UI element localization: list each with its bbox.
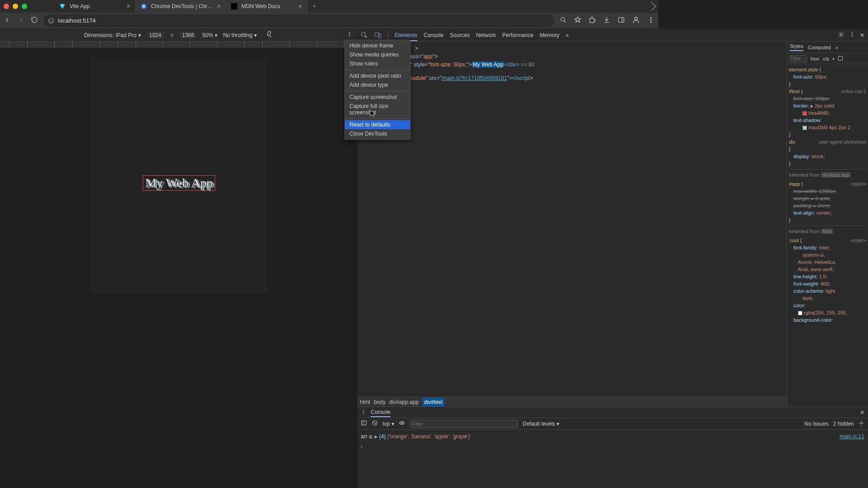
svg-point-8	[651, 19, 652, 21]
forward-button[interactable]	[17, 16, 24, 25]
menu-rulers[interactable]: Show rulers	[345, 59, 410, 68]
inspect-icon[interactable]	[361, 32, 368, 39]
throttling-select[interactable]: No throttling▾	[223, 32, 257, 38]
dimension-separator: ✕	[170, 32, 174, 38]
menu-full-screenshot[interactable]: Capture full size screenshot	[345, 102, 410, 117]
menu-screenshot[interactable]: Capture screenshot	[345, 93, 410, 102]
device-context-menu: Hide device frame Show media queries Sho…	[344, 40, 410, 140]
chevron-down-icon: ▾	[254, 32, 257, 38]
reload-button[interactable]	[31, 16, 38, 25]
menu-device-type[interactable]: Add device type	[345, 80, 410, 89]
device-menu-button[interactable]	[346, 31, 353, 39]
browser-toolbar: localhost:5174	[0, 13, 658, 29]
zoom-select[interactable]: 50%▾	[202, 32, 217, 38]
dom-val: module	[408, 75, 425, 81]
device-toolbar: Dimensions: iPad Pro ▾ 1024 ✕ 1366 50%▾ …	[0, 29, 357, 42]
device-frame: My Web App	[90, 58, 267, 294]
tab-devtools-docs[interactable]: Chrome DevTools | Chrome ✕	[136, 0, 226, 13]
svg-point-12	[349, 34, 350, 35]
device-height[interactable]: 1366	[179, 32, 197, 39]
close-tab-icon[interactable]: ✕	[126, 3, 131, 9]
tab-console[interactable]: Console	[424, 32, 443, 38]
sidepanel-icon[interactable]	[618, 16, 625, 25]
dom-closetag: </div>	[504, 61, 519, 68]
close-tab-icon[interactable]: ✕	[298, 3, 302, 9]
zoom-value: 50%	[202, 32, 213, 38]
viewport-area: My Web App	[0, 48, 357, 369]
tab-vite-app[interactable]: Vite App ✕	[54, 0, 136, 13]
device-name: iPad Pro	[116, 32, 137, 38]
device-toggle-icon[interactable]	[374, 32, 382, 39]
new-tab-button[interactable]: +	[307, 0, 321, 13]
chevron-down-icon: ▾	[215, 32, 217, 38]
expand-titlebar-icon[interactable]	[647, 2, 656, 11]
svg-point-7	[651, 17, 652, 19]
selected-node-text: My Web App	[472, 61, 505, 68]
chrome-icon	[140, 3, 147, 10]
rotate-button[interactable]	[266, 31, 273, 39]
svg-rect-5	[618, 18, 624, 23]
app-heading: My Web App	[143, 175, 215, 191]
menu-pixel-ratio[interactable]: Add device pixel ratio	[345, 71, 410, 80]
back-button[interactable]	[4, 16, 11, 25]
menu-hide-frame[interactable]: Hide device frame	[345, 41, 410, 50]
svg-point-13	[349, 36, 350, 37]
menu-close-devtools[interactable]: Close DevTools	[345, 129, 410, 138]
svg-rect-10	[267, 31, 271, 36]
extensions-icon[interactable]	[589, 16, 596, 25]
dom-attr: src=	[429, 75, 439, 81]
throttling-value: No throttling	[223, 32, 252, 38]
dom-attr: style=	[414, 61, 428, 68]
tab-network[interactable]: Network	[476, 32, 496, 38]
minimize-window[interactable]	[13, 4, 18, 9]
dom-val: font-size: 50px;	[430, 61, 467, 68]
more-tabs-icon[interactable]: »	[566, 32, 569, 38]
menu-icon[interactable]	[647, 16, 655, 25]
tab-label: Vite App	[70, 3, 123, 9]
tab-memory[interactable]: Memory	[540, 32, 559, 38]
bookmark-icon[interactable]	[574, 16, 581, 25]
tab-label: Chrome DevTools | Chrome	[151, 3, 213, 9]
profile-icon[interactable]	[632, 16, 640, 25]
device-select[interactable]: Dimensions: iPad Pro ▾	[84, 32, 141, 38]
dimensions-label: Dimensions:	[84, 32, 114, 38]
maximize-window[interactable]	[22, 4, 27, 9]
menu-reset-defaults[interactable]: Reset to defaults	[345, 120, 410, 129]
svg-point-6	[635, 17, 637, 20]
dom-link[interactable]: /main.js?t=1710504969181	[442, 75, 507, 81]
titlebar: Vite App ✕ Chrome DevTools | Chrome ✕ MD…	[0, 0, 658, 13]
dom-marker: == $0	[519, 61, 534, 68]
svg-rect-2	[231, 3, 237, 9]
device-width[interactable]: 1024	[146, 32, 164, 39]
chevron-down-icon: ▾	[138, 32, 141, 38]
tab-label: MDN Web Docs	[241, 3, 294, 9]
url-text: localhost:5174	[58, 17, 96, 24]
zoom-icon[interactable]	[560, 16, 567, 25]
svg-point-1	[143, 5, 145, 8]
svg-point-11	[349, 32, 350, 33]
svg-point-4	[561, 18, 565, 21]
browser-tabs: Vite App ✕ Chrome DevTools | Chrome ✕ MD…	[54, 0, 648, 13]
info-icon	[48, 18, 54, 24]
svg-point-9	[651, 21, 652, 23]
dom-closetag: ></script	[509, 75, 530, 81]
mdn-icon	[231, 3, 238, 10]
dom-val: app	[424, 53, 433, 60]
close-tab-icon[interactable]: ✕	[217, 3, 221, 9]
url-bar[interactable]: localhost:5174	[43, 14, 554, 27]
vite-icon	[59, 3, 66, 10]
window-controls	[4, 4, 27, 9]
menu-media-queries[interactable]: Show media queries	[345, 50, 410, 59]
close-window[interactable]	[4, 4, 9, 9]
tab-mdn[interactable]: MDN Web Docs ✕	[226, 0, 307, 13]
downloads-icon[interactable]	[603, 16, 610, 25]
tab-sources[interactable]: Sources	[450, 32, 470, 38]
tab-performance[interactable]: Performance	[502, 32, 533, 38]
ruler	[0, 42, 357, 48]
